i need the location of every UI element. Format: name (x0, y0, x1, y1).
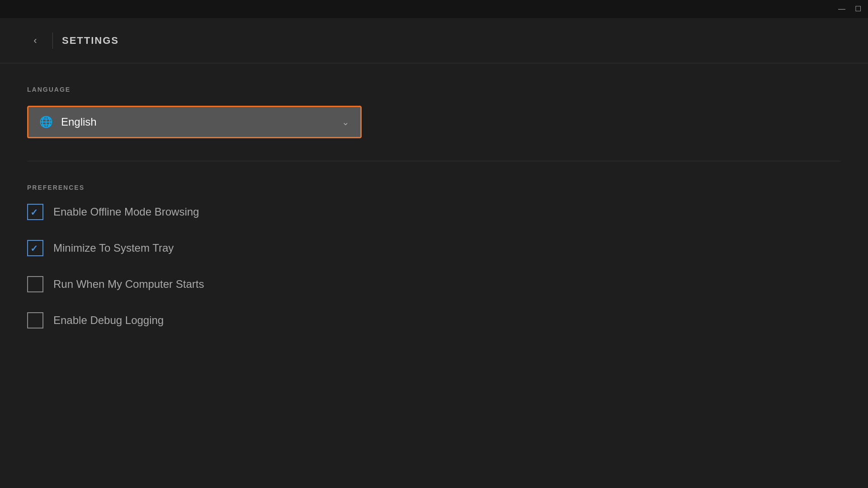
offline-mode-checkbox[interactable]: ✓ (27, 204, 43, 220)
language-dropdown-left: 🌐 English (39, 116, 97, 128)
back-button[interactable]: ‹ (27, 33, 43, 49)
preferences-section-label: PREFERENCES (27, 184, 841, 191)
minimize-tray-checkbox[interactable]: ✓ (27, 240, 43, 256)
back-icon: ‹ (33, 35, 37, 47)
page-title: SETTINGS (62, 35, 119, 47)
checkbox-checkmark-icon: ✓ (30, 207, 40, 217)
preferences-section: PREFERENCES ✓ Enable Offline Mode Browsi… (27, 184, 841, 328)
settings-content: LANGUAGE 🌐 English ⌄ PREFERENCES ✓ Enabl… (0, 63, 868, 351)
checkbox-checkmark-icon: ✓ (30, 243, 40, 253)
minimize-tray-label: Minimize To System Tray (53, 242, 174, 254)
header: ‹ SETTINGS (0, 18, 868, 63)
debug-logging-checkbox[interactable] (27, 312, 43, 328)
maximize-button[interactable]: ☐ (854, 5, 863, 14)
minimize-button[interactable]: — (837, 5, 846, 14)
language-section: LANGUAGE 🌐 English ⌄ (27, 86, 841, 138)
header-divider (52, 33, 53, 49)
maximize-icon: ☐ (855, 5, 861, 13)
language-selected-value: English (61, 116, 97, 128)
section-separator (27, 161, 841, 161)
language-section-label: LANGUAGE (27, 86, 841, 93)
language-dropdown[interactable]: 🌐 English ⌄ (27, 106, 362, 138)
minimize-icon: — (838, 5, 845, 13)
offline-mode-label: Enable Offline Mode Browsing (53, 206, 199, 218)
run-on-start-checkbox[interactable] (27, 276, 43, 292)
debug-logging-item[interactable]: Enable Debug Logging (27, 312, 841, 328)
debug-logging-label: Enable Debug Logging (53, 314, 164, 327)
run-on-start-item[interactable]: Run When My Computer Starts (27, 276, 841, 292)
globe-icon: 🌐 (39, 116, 53, 128)
minimize-tray-item[interactable]: ✓ Minimize To System Tray (27, 240, 841, 256)
titlebar: — ☐ (0, 0, 868, 18)
run-on-start-label: Run When My Computer Starts (53, 278, 204, 291)
chevron-down-icon: ⌄ (342, 117, 349, 127)
offline-mode-item[interactable]: ✓ Enable Offline Mode Browsing (27, 204, 841, 220)
